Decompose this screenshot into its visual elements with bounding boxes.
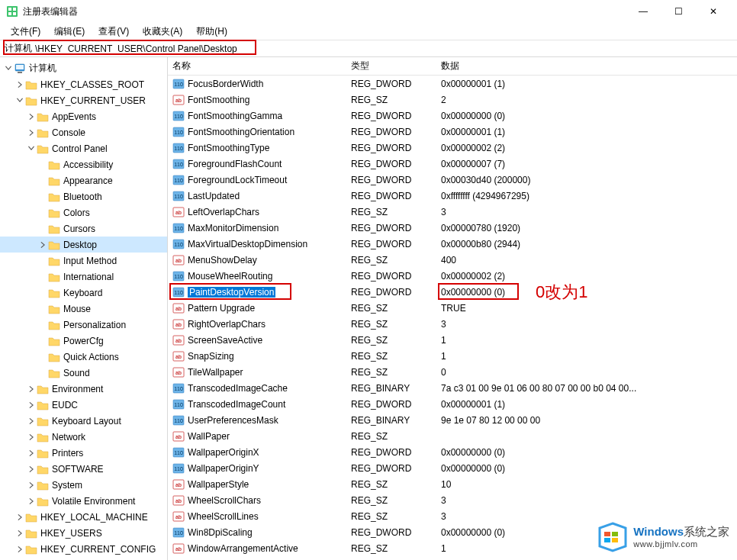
expander-icon[interactable] — [26, 111, 37, 122]
tree-item-system[interactable]: System — [0, 477, 167, 493]
list-row[interactable]: ScreenSaveActiveREG_SZ1 — [168, 332, 737, 348]
expander-icon[interactable] — [37, 352, 48, 362]
tree-item-mouse[interactable]: Mouse — [0, 301, 167, 317]
expander-icon[interactable] — [14, 528, 25, 539]
tree-item--[interactable]: 计算机 — [0, 60, 167, 76]
list-row[interactable]: LastUpdatedREG_DWORD0xffffffff (42949672… — [168, 188, 737, 204]
tree-item-printers[interactable]: Printers — [0, 445, 167, 461]
menu-edit[interactable]: 编辑(E) — [48, 24, 91, 40]
tree-item-keyboard-layout[interactable]: Keyboard Layout — [0, 413, 167, 429]
tree-item-eudc[interactable]: EUDC — [0, 397, 167, 413]
tree-view[interactable]: 计算机HKEY_CLASSES_ROOTHKEY_CURRENT_USERApp… — [0, 57, 168, 560]
expander-icon[interactable] — [37, 272, 48, 282]
expander-icon[interactable] — [26, 143, 37, 154]
tree-item-control-panel[interactable]: Control Panel — [0, 140, 167, 156]
maximize-button[interactable]: ☐ — [661, 0, 696, 23]
expander-icon[interactable] — [37, 224, 48, 234]
tree-item-personalization[interactable]: Personalization — [0, 317, 167, 333]
expander-icon[interactable] — [14, 544, 25, 555]
expander-icon[interactable] — [37, 320, 48, 330]
menu-view[interactable]: 查看(V) — [92, 24, 135, 40]
expander-icon[interactable] — [26, 464, 37, 475]
tree-item-hkey-local-machine[interactable]: HKEY_LOCAL_MACHINE — [0, 509, 167, 525]
tree-item-environment[interactable]: Environment — [0, 381, 167, 397]
expander-icon[interactable] — [37, 208, 48, 218]
expander-icon[interactable] — [37, 175, 48, 186]
tree-item-appearance[interactable]: Appearance — [0, 172, 167, 188]
tree-item-sound[interactable]: Sound — [0, 365, 167, 381]
list-row[interactable]: TranscodedImageCacheREG_BINARY7a c3 01 0… — [168, 380, 737, 396]
tree-item-input-method[interactable]: Input Method — [0, 253, 167, 269]
expander-icon[interactable] — [26, 384, 37, 394]
tree-item-hkey-users[interactable]: HKEY_USERS — [0, 525, 167, 541]
tree-item-hkey-current-config[interactable]: HKEY_CURRENT_CONFIG — [0, 541, 167, 557]
menu-help[interactable]: 帮助(H) — [190, 24, 233, 40]
tree-item-cursors[interactable]: Cursors — [0, 220, 167, 237]
list-row[interactable]: WallpaperOriginYREG_DWORD0x00000000 (0) — [168, 460, 737, 476]
list-row[interactable]: FontSmoothingGammaREG_DWORD0x00000000 (0… — [168, 108, 737, 124]
expander-icon[interactable] — [37, 191, 48, 202]
tree-item-appevents[interactable]: AppEvents — [0, 108, 167, 124]
list-view[interactable]: 名称类型数据FocusBorderWidthREG_DWORD0x0000000… — [168, 57, 737, 560]
tree-item-desktop[interactable]: Desktop — [0, 237, 167, 253]
tree-item-colors[interactable]: Colors — [0, 204, 167, 220]
list-row[interactable]: LeftOverlapCharsREG_SZ3 — [168, 204, 737, 220]
expander-icon[interactable] — [14, 512, 25, 523]
address-input[interactable] — [34, 43, 732, 55]
tree-item-network[interactable]: Network — [0, 429, 167, 445]
tree-item-hkey-current-user[interactable]: HKEY_CURRENT_USER — [0, 92, 167, 108]
list-row[interactable]: FontSmoothingTypeREG_DWORD0x00000002 (2) — [168, 140, 737, 156]
column-header-data[interactable]: 数据 — [436, 60, 737, 72]
list-row[interactable]: UserPreferencesMaskREG_BINARY9e 1e 07 80… — [168, 412, 737, 428]
expander-icon[interactable] — [26, 496, 37, 507]
list-row[interactable]: MenuShowDelayREG_SZ400 — [168, 252, 737, 268]
tree-item-software[interactable]: SOFTWARE — [0, 461, 167, 477]
list-row[interactable]: SnapSizingREG_SZ1 — [168, 348, 737, 364]
column-header-type[interactable]: 类型 — [346, 60, 436, 72]
expander-icon[interactable] — [37, 159, 48, 170]
tree-item-keyboard[interactable]: Keyboard — [0, 285, 167, 301]
tree-item-powercfg[interactable]: PowerCfg — [0, 333, 167, 349]
tree-item-hkey-classes-root[interactable]: HKEY_CLASSES_ROOT — [0, 76, 167, 92]
expander-icon[interactable] — [26, 127, 37, 138]
expander-icon[interactable] — [37, 256, 48, 266]
list-row[interactable]: Pattern UpgradeREG_SZTRUE — [168, 300, 737, 316]
list-row[interactable]: WallpaperStyleREG_SZ10 — [168, 476, 737, 492]
tree-item-international[interactable]: International — [0, 269, 167, 285]
list-row[interactable]: ForegroundLockTimeoutREG_DWORD0x00030d40… — [168, 172, 737, 188]
list-row[interactable]: TranscodedImageCountREG_DWORD0x00000001 … — [168, 396, 737, 412]
tree-item-volatile-environment[interactable]: Volatile Environment — [0, 493, 167, 509]
list-row[interactable]: MouseWheelRoutingREG_DWORD0x00000002 (2) — [168, 268, 737, 284]
expander-icon[interactable] — [26, 448, 37, 459]
tree-item-console[interactable]: Console — [0, 124, 167, 140]
menu-favorites[interactable]: 收藏夹(A) — [137, 24, 188, 40]
expander-icon[interactable] — [3, 63, 14, 74]
list-row[interactable]: ForegroundFlashCountREG_DWORD0x00000007 … — [168, 156, 737, 172]
tree-item-quick-actions[interactable]: Quick Actions — [0, 349, 167, 365]
list-row[interactable]: RightOverlapCharsREG_SZ3 — [168, 316, 737, 332]
expander-icon[interactable] — [26, 432, 37, 443]
list-row[interactable]: MaxMonitorDimensionREG_DWORD0x00000780 (… — [168, 220, 737, 236]
list-row[interactable]: FontSmoothingREG_SZ2 — [168, 92, 737, 108]
expander-icon[interactable] — [26, 480, 37, 491]
list-row[interactable]: TileWallpaperREG_SZ0 — [168, 364, 737, 380]
list-row[interactable]: FocusBorderWidthREG_DWORD0x00000001 (1) — [168, 76, 737, 92]
expander-icon[interactable] — [14, 79, 25, 90]
list-row[interactable]: WallpaperOriginXREG_DWORD0x00000000 (0) — [168, 444, 737, 460]
tree-item-accessibility[interactable]: Accessibility — [0, 156, 167, 172]
expander-icon[interactable] — [37, 368, 48, 378]
list-row[interactable]: WheelScrollCharsREG_SZ3 — [168, 492, 737, 508]
tree-item-bluetooth[interactable]: Bluetooth — [0, 188, 167, 204]
expander-icon[interactable] — [37, 240, 48, 250]
list-row[interactable]: MaxVirtualDesktopDimensionREG_DWORD0x000… — [168, 236, 737, 252]
expander-icon[interactable] — [26, 416, 37, 426]
expander-icon[interactable] — [37, 304, 48, 314]
minimize-button[interactable]: — — [626, 0, 661, 23]
list-row[interactable]: PaintDesktopVersionREG_DWORD0x00000000 (… — [168, 284, 737, 300]
expander-icon[interactable] — [37, 288, 48, 298]
list-row[interactable]: WallPaperREG_SZ — [168, 428, 737, 444]
column-header-name[interactable]: 名称 — [168, 60, 346, 72]
expander-icon[interactable] — [37, 336, 48, 346]
menu-file[interactable]: 文件(F) — [5, 24, 47, 40]
expander-icon[interactable] — [26, 400, 37, 410]
